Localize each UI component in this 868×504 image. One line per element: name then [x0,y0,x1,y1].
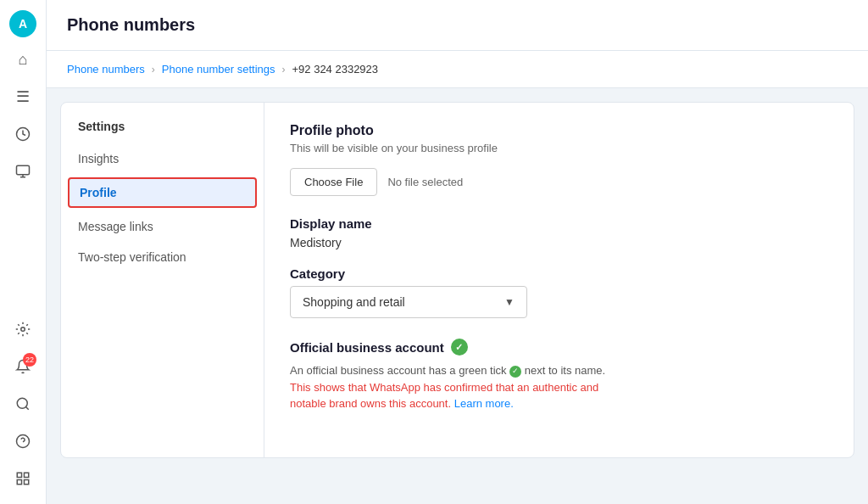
display-name-label: Display name [290,216,828,231]
official-account-description: An official business account has a green… [290,362,629,412]
official-desc-part2: next to its name. [525,364,605,377]
menu-icon[interactable]: ☰ [8,81,38,112]
breadcrumb-phone-numbers[interactable]: Phone numbers [67,63,145,76]
svg-rect-10 [25,473,29,477]
clock-icon[interactable] [8,119,38,149]
category-value: Shopping and retail [303,295,405,309]
svg-point-4 [21,328,25,332]
inline-green-tick: ✓ [509,366,521,378]
official-account-section: Official business account ✓ An official … [290,339,828,412]
category-section: Category Shopping and retail ▼ [290,266,828,318]
grid-icon[interactable] [8,463,38,494]
nav-item-profile[interactable]: Profile [68,177,257,208]
bell-icon[interactable]: 22 [8,351,38,382]
settings-icon[interactable] [8,314,38,344]
top-header: Phone numbers [47,0,868,51]
display-name-section: Display name Medistory [290,216,828,249]
breadcrumb-sep-2: › [281,64,285,76]
svg-rect-11 [17,480,21,484]
breadcrumb-sep-1: › [152,64,155,76]
green-tick-icon: ✓ [451,339,468,356]
svg-rect-1 [17,165,30,175]
settings-area: Settings Insights Profile Message links … [60,102,854,458]
avatar[interactable]: A [9,10,36,37]
category-label: Category [290,266,828,281]
tools-icon[interactable] [8,156,38,187]
nav-item-insights[interactable]: Insights [61,143,264,174]
home-icon[interactable]: ⌂ [8,44,38,75]
profile-photo-subtitle: This will be visible on your business pr… [290,142,828,154]
display-name-value: Medistory [290,236,828,249]
sidebar: A ⌂ ☰ 22 [0,0,47,504]
nav-item-two-step[interactable]: Two-step verification [61,242,264,272]
svg-line-6 [25,406,28,409]
help-icon[interactable] [8,426,38,456]
official-desc-highlighted: This shows that WhatsApp has confirmed t… [290,381,598,411]
no-file-label: No file selected [387,176,463,188]
svg-rect-9 [17,473,21,477]
nav-panel: Settings Insights Profile Message links … [61,103,264,457]
category-dropdown[interactable]: Shopping and retail ▼ [290,286,527,318]
dropdown-arrow-icon: ▼ [504,296,515,308]
svg-rect-12 [25,480,29,484]
settings-panel-title: Settings [61,120,264,143]
breadcrumb-phone-number: +92 324 2332923 [292,63,378,76]
main-area: Phone numbers Phone numbers › Phone numb… [47,0,868,504]
svg-point-5 [17,398,27,408]
learn-more-link[interactable]: Learn more. [454,397,514,410]
content-panel: Profile photo This will be visible on yo… [264,103,854,457]
notification-badge: 22 [23,353,36,367]
profile-photo-section: Profile photo This will be visible on yo… [290,123,828,196]
breadcrumb: Phone numbers › Phone number settings › … [47,51,868,88]
profile-photo-title: Profile photo [290,123,828,138]
official-desc-part1: An official business account has a green… [290,364,507,377]
official-account-title: Official business account ✓ [290,339,828,356]
nav-item-message-links[interactable]: Message links [61,211,264,242]
search-icon[interactable] [8,389,38,419]
content-wrapper: Phone numbers › Phone number settings › … [47,51,868,504]
breadcrumb-phone-settings[interactable]: Phone number settings [162,63,275,76]
choose-file-button[interactable]: Choose File [290,168,377,196]
page-title: Phone numbers [67,15,848,35]
file-upload-row: Choose File No file selected [290,168,828,196]
